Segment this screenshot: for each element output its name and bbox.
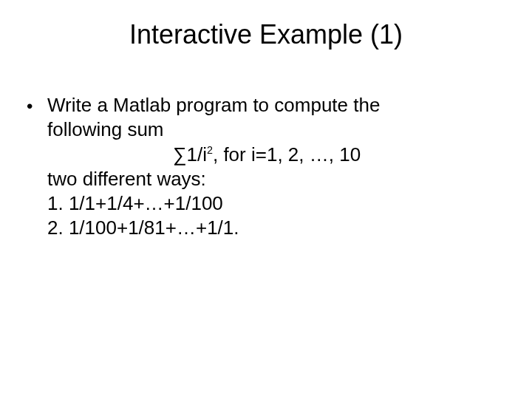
formula-prefix: ∑1/i [173,143,207,166]
slide-title: Interactive Example (1) [0,0,532,58]
bullet-marker: • [27,93,47,118]
enum-item-2: 2. 1/100+1/81+…+1/1. [47,216,502,240]
enum-item-1: 1. 1/1+1/4+…+1/100 [47,191,502,216]
formula-exponent: 2 [207,144,213,156]
slide-body: • Write a Matlab program to compute the … [0,58,532,241]
indent-block: ∑1/i2, for i=1, 2, …, 10 two different w… [27,143,502,241]
bullet-text: Write a Matlab program to compute the fo… [47,93,502,143]
formula-line: ∑1/i2, for i=1, 2, …, 10 [47,143,502,167]
formula-suffix: , for i=1, 2, …, 10 [213,143,361,166]
bullet-item: • Write a Matlab program to compute the … [27,93,502,143]
lead-line-2: following sum [47,118,164,140]
ways-line: two different ways: [47,167,502,191]
slide: Interactive Example (1) • Write a Matlab… [0,0,532,399]
lead-line-1: Write a Matlab program to compute the [47,94,380,116]
